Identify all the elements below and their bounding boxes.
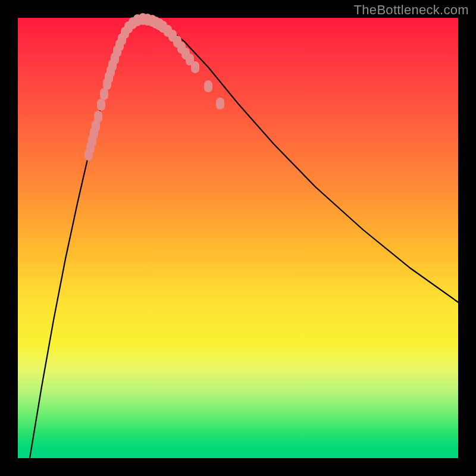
curve-path	[30, 19, 458, 458]
chart-svg	[18, 18, 458, 458]
marker-group	[84, 13, 224, 161]
marker-dot	[100, 88, 108, 100]
bottleneck-curve	[30, 19, 458, 458]
marker-dot	[204, 80, 212, 92]
marker-dot	[216, 98, 224, 109]
chart-frame: TheBottleneck.com	[0, 0, 476, 476]
marker-dot	[97, 99, 105, 111]
marker-dot	[191, 61, 199, 73]
marker-dot	[94, 111, 102, 123]
plot-area	[18, 18, 458, 458]
watermark-text: TheBottleneck.com	[354, 2, 469, 18]
